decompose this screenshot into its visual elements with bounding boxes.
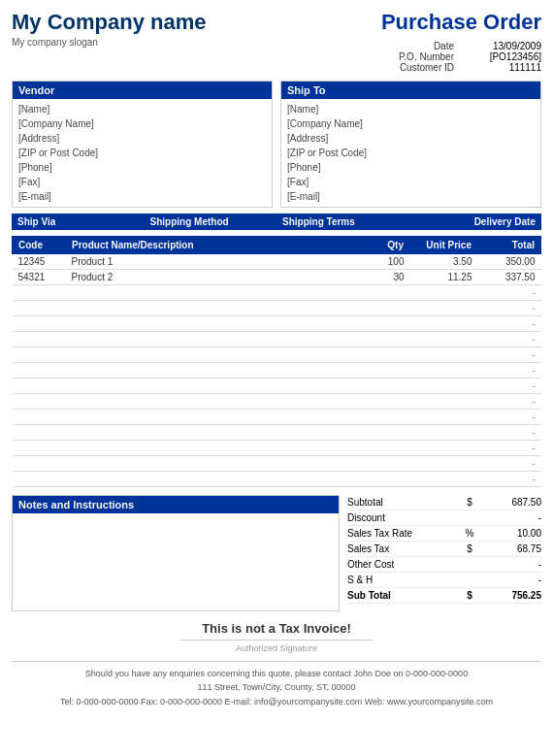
- shipto-email: [E-mail]: [287, 189, 535, 204]
- table-row: -: [13, 363, 541, 378]
- table-header-row: Code Product Name/Description Qty Unit P…: [13, 237, 541, 254]
- shipto-header: Ship To: [281, 82, 540, 99]
- subtotal-label: Subtotal: [347, 497, 461, 508]
- other-cost-value: -: [478, 559, 541, 570]
- notes-content: [13, 513, 339, 610]
- vendor-company: [Company Name]: [18, 116, 266, 131]
- discount-symbol: [461, 512, 478, 523]
- row1-code: 12345: [13, 254, 66, 270]
- sales-tax-row: Sales Tax $ 68.75: [347, 542, 541, 557]
- authorized-signature: Authorized Signature: [179, 640, 374, 653]
- subtotal-symbol: $: [461, 497, 478, 508]
- row1-total: 350.00: [478, 254, 541, 270]
- customer-row: Customer ID 111111: [381, 62, 541, 73]
- customer-value: 111111: [464, 62, 541, 73]
- shipto-address: [Address]: [287, 131, 535, 146]
- ship-via-label: Ship Via: [12, 214, 145, 230]
- footer-line3: Tel: 0-000-000-0000 Fax: 0-000-000-0000 …: [12, 695, 541, 708]
- sales-tax-value: 68.75: [478, 543, 541, 554]
- date-label: Date: [381, 41, 454, 51]
- company-slogan: My company slogan: [12, 37, 207, 48]
- table-row: -: [13, 441, 541, 456]
- final-subtotal-row: Sub Total $ 756.25: [347, 588, 541, 604]
- vendor-address: [Address]: [18, 131, 266, 146]
- sales-tax-label: Sales Tax: [347, 543, 461, 554]
- company-info: My Company name My company slogan: [12, 10, 207, 48]
- subtotal-row: Subtotal $ 687.50: [347, 495, 541, 510]
- tax-rate-row: Sales Tax Rate % 10.00: [347, 526, 541, 542]
- bottom-section: Notes and Instructions Subtotal $ 687.50…: [12, 495, 541, 611]
- vendor-box: Vendor [Name] [Company Name] [Address] […: [12, 81, 273, 208]
- tax-rate-value: 10.00: [478, 528, 541, 539]
- vendor-name: [Name]: [18, 102, 266, 116]
- table-row: -: [13, 347, 541, 363]
- row2-code: 54321: [13, 270, 66, 285]
- shipto-zip: [ZIP or Post Code]: [287, 146, 535, 160]
- sh-value: -: [478, 575, 541, 585]
- row1-unit-price: 3.50: [410, 254, 478, 270]
- col-product: Product Name/Description: [66, 237, 367, 254]
- row2-unit-price: 11.25: [410, 270, 478, 285]
- company-name: My Company name: [12, 10, 207, 35]
- table-row: -: [13, 332, 541, 347]
- table-row: -: [13, 410, 541, 425]
- date-value: 13/09/2009: [464, 41, 541, 51]
- final-subtotal-symbol: $: [461, 590, 478, 601]
- discount-label: Discount: [347, 512, 461, 523]
- col-unit-price: Unit Price: [410, 237, 478, 254]
- table-row: -: [13, 456, 541, 472]
- sh-label: S & H: [347, 575, 461, 585]
- vendor-fax: [Fax]: [18, 175, 266, 189]
- po-title: Purchase Order: [381, 10, 541, 35]
- col-total: Total: [478, 237, 541, 254]
- table-row: -: [13, 316, 541, 332]
- shipto-fax: [Fax]: [287, 175, 535, 189]
- sh-symbol: [461, 575, 478, 585]
- table-row: 54321 Product 2 30 11.25 337.50: [13, 270, 541, 285]
- shipping-method-label: Shipping Method: [145, 214, 277, 230]
- customer-label: Customer ID: [381, 62, 454, 73]
- shipto-name: [Name]: [287, 102, 535, 116]
- subtotal-value: 687.50: [478, 497, 541, 508]
- row2-qty: 30: [367, 270, 410, 285]
- shipto-company: [Company Name]: [287, 116, 535, 131]
- col-qty: Qty: [367, 237, 410, 254]
- product-table: Code Product Name/Description Qty Unit P…: [12, 236, 541, 487]
- other-cost-row: Other Cost -: [347, 557, 541, 573]
- col-code: Code: [13, 237, 66, 254]
- other-cost-symbol: [461, 559, 478, 570]
- shipping-bar: Ship Via Shipping Method Shipping Terms …: [12, 214, 541, 230]
- footer-line1: Should you have any enquiries concerning…: [12, 667, 541, 680]
- vendor-phone: [Phone]: [18, 160, 266, 175]
- table-row: 12345 Product 1 100 3.50 350.00: [13, 254, 541, 270]
- watermark: This is not a Tax Invoice!: [12, 621, 541, 636]
- discount-row: Discount -: [347, 510, 541, 526]
- vendor-zip: [ZIP or Post Code]: [18, 146, 266, 160]
- table-row: -: [13, 425, 541, 441]
- shipto-phone: [Phone]: [287, 160, 535, 175]
- document-title-block: Purchase Order Date 13/09/2009 P.O. Numb…: [381, 10, 541, 73]
- discount-value: -: [478, 512, 541, 523]
- footer: Should you have any enquiries concerning…: [12, 661, 541, 708]
- notes-header: Notes and Instructions: [13, 496, 339, 513]
- table-row: -: [13, 394, 541, 410]
- sh-row: S & H -: [347, 573, 541, 588]
- tax-rate-symbol: %: [461, 528, 478, 539]
- final-subtotal-label: Sub Total: [347, 590, 461, 601]
- row2-product: Product 2: [66, 270, 367, 285]
- document-header: My Company name My company slogan Purcha…: [12, 10, 541, 73]
- authorized-sig-label: Authorized Signature: [236, 643, 317, 653]
- sales-tax-symbol: $: [461, 543, 478, 554]
- tax-rate-label: Sales Tax Rate: [347, 528, 461, 539]
- vendor-email: [E-mail]: [18, 189, 266, 204]
- shipping-terms-label: Shipping Terms: [276, 214, 409, 230]
- shipto-box: Ship To [Name] [Company Name] [Address] …: [280, 81, 541, 208]
- header-info: Date 13/09/2009 P.O. Number [PO123456] C…: [381, 41, 541, 73]
- row1-product: Product 1: [66, 254, 367, 270]
- date-row: Date 13/09/2009: [381, 41, 541, 51]
- notes-container: Notes and Instructions: [12, 495, 340, 611]
- table-row: -: [13, 378, 541, 394]
- po-label: P.O. Number: [381, 51, 454, 62]
- table-row: -: [13, 301, 541, 316]
- shipto-content: [Name] [Company Name] [Address] [ZIP or …: [281, 99, 540, 207]
